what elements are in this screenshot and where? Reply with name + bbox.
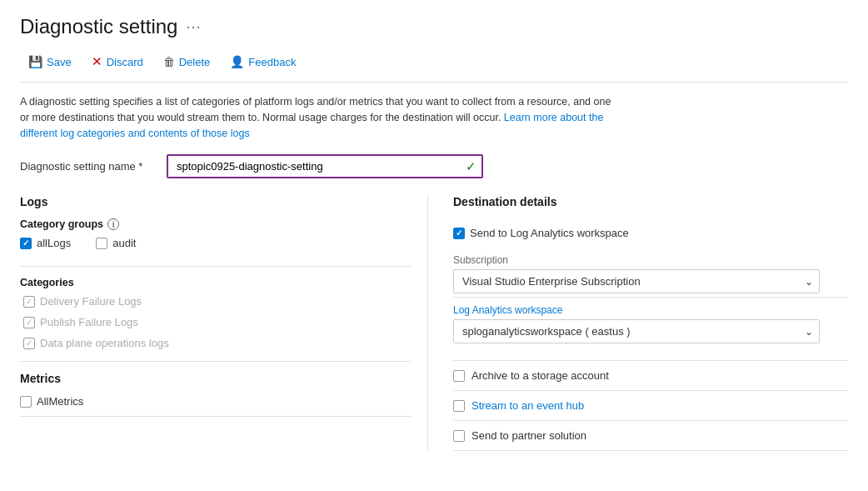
publish-failure-label: Publish Failure Logs (40, 316, 138, 328)
delivery-failure-checkbox (23, 296, 35, 308)
delete-icon: 🗑 (163, 55, 175, 68)
input-valid-icon: ✓ (466, 159, 476, 174)
send-to-analytics-row: Send to Log Analytics workspace (453, 227, 848, 239)
send-to-analytics-label: Send to Log Analytics workspace (470, 227, 629, 239)
workspace-select[interactable]: sploganalyticsworkspace ( eastus ) (453, 319, 820, 343)
stream-event-hub-checkbox[interactable] (453, 400, 465, 412)
feedback-icon: 👤 (230, 55, 244, 68)
logs-section: Logs Category groups i allLogs audit (20, 195, 411, 349)
metrics-section: Metrics AllMetrics (20, 372, 411, 408)
categories-title-text: Categories (20, 277, 74, 288)
allMetrics-checkbox[interactable] (20, 396, 32, 408)
audit-row: audit (96, 237, 136, 249)
data-plane-label: Data plane operations logs (40, 337, 169, 349)
archive-storage-row: Archive to a storage account (453, 361, 848, 391)
delivery-failure-row: Delivery Failure Logs (20, 295, 411, 308)
publish-failure-checkbox (23, 317, 35, 328)
analytics-subfields: Subscription Visual Studio Enterprise Su… (453, 248, 848, 298)
allMetrics-label: AllMetrics (37, 395, 83, 408)
workspace-label: Log Analytics workspace (453, 304, 848, 316)
category-groups-title: Category groups i (20, 218, 411, 230)
save-label: Save (47, 56, 72, 68)
discard-label: Discard (107, 56, 143, 68)
metrics-section-title: Metrics (20, 372, 411, 385)
ellipsis-menu-button[interactable]: ··· (186, 18, 201, 36)
save-icon: 💾 (28, 55, 42, 68)
audit-checkbox[interactable] (96, 238, 107, 249)
description-block: A diagnostic setting specifies a list of… (20, 94, 620, 141)
right-panel: Destination details Send to Log Analytic… (428, 195, 848, 451)
partner-solution-row: Send to partner solution (453, 421, 848, 451)
send-to-analytics-checkbox[interactable] (453, 228, 465, 239)
archive-storage-label: Archive to a storage account (471, 369, 609, 382)
publish-failure-row: Publish Failure Logs (20, 316, 411, 328)
save-button[interactable]: 💾 Save (20, 51, 80, 73)
partner-solution-checkbox[interactable] (453, 430, 465, 442)
discard-button[interactable]: ✕ Discard (83, 50, 152, 73)
workspace-select-wrapper: sploganalyticsworkspace ( eastus ) ⌄ (453, 319, 820, 343)
setting-name-input[interactable] (167, 154, 483, 178)
audit-label: audit (112, 237, 136, 249)
archive-storage-checkbox[interactable] (453, 370, 465, 382)
toolbar: 💾 Save ✕ Discard 🗑 Delete 👤 Feedback (20, 50, 848, 83)
send-to-analytics-section: Send to Log Analytics workspace Subscrip… (453, 218, 848, 361)
stream-event-hub-label[interactable]: Stream to an event hub (471, 399, 584, 412)
allLogs-checkbox[interactable] (20, 238, 32, 249)
subscription-label: Subscription (453, 254, 848, 266)
destination-section-title: Destination details (453, 195, 848, 208)
feedback-label: Feedback (248, 56, 296, 68)
data-plane-checkbox (23, 338, 35, 349)
logs-section-title: Logs (20, 195, 411, 208)
allLogs-row: allLogs (20, 237, 71, 249)
title-row: Diagnostic setting ··· (20, 15, 848, 38)
data-plane-row: Data plane operations logs (20, 337, 411, 349)
allMetrics-row: AllMetrics (20, 395, 411, 408)
info-icon[interactable]: i (107, 218, 119, 230)
delete-label: Delete (179, 56, 211, 68)
partner-solution-label: Send to partner solution (471, 429, 586, 442)
left-panel: Logs Category groups i allLogs audit (20, 195, 428, 451)
metrics-bottom-divider (20, 416, 411, 417)
setting-name-row: Diagnostic setting name * ✓ (20, 154, 848, 178)
setting-name-label: Diagnostic setting name * (20, 160, 153, 173)
workspace-field: Log Analytics workspace sploganalyticswo… (453, 298, 848, 352)
category-groups-row: allLogs audit (20, 237, 411, 254)
discard-icon: ✕ (92, 54, 102, 69)
stream-event-hub-row: Stream to an event hub (453, 391, 848, 421)
feedback-button[interactable]: 👤 Feedback (222, 51, 304, 73)
categories-section: Categories Delivery Failure Logs Publish… (20, 277, 411, 349)
delivery-failure-label: Delivery Failure Logs (40, 295, 142, 308)
subscription-select-wrapper: Visual Studio Enterprise Subscription ⌄ (453, 269, 820, 293)
allLogs-label: allLogs (37, 237, 71, 249)
main-content: Logs Category groups i allLogs audit (20, 195, 848, 451)
categories-metrics-divider (20, 361, 411, 362)
subscription-select[interactable]: Visual Studio Enterprise Subscription (453, 269, 820, 293)
delete-button[interactable]: 🗑 Delete (155, 51, 219, 73)
category-groups-label: Category groups (20, 218, 103, 230)
page-container: Diagnostic setting ··· 💾 Save ✕ Discard … (0, 0, 868, 471)
setting-name-input-wrapper: ✓ (167, 154, 483, 178)
page-title: Diagnostic setting (20, 15, 177, 38)
logs-divider (20, 266, 411, 267)
categories-label: Categories (20, 277, 411, 288)
